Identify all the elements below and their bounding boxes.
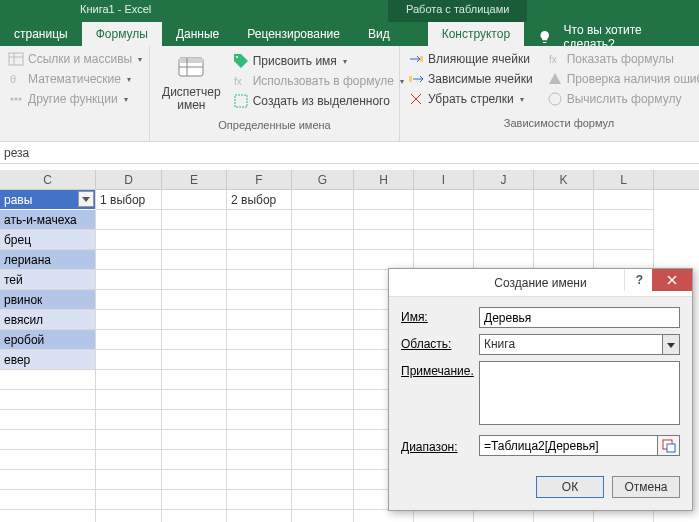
cell[interactable] (227, 490, 292, 510)
dialog-titlebar[interactable]: Создание имени ? (389, 269, 692, 297)
cell[interactable]: рвинок (0, 290, 96, 310)
filter-dropdown-button[interactable] (78, 191, 94, 207)
col-header-G[interactable]: G (292, 170, 354, 189)
more-functions-button[interactable]: Другие функции▾ (6, 90, 143, 108)
cell[interactable]: ать-и-мачеха (0, 210, 96, 230)
cell[interactable] (227, 370, 292, 390)
cell[interactable] (534, 250, 594, 270)
cell[interactable] (292, 350, 354, 370)
cell[interactable] (414, 190, 474, 210)
cell[interactable] (0, 510, 96, 522)
cell[interactable] (227, 210, 292, 230)
cell[interactable] (414, 210, 474, 230)
cell[interactable] (162, 430, 227, 450)
cell[interactable] (162, 390, 227, 410)
cell[interactable] (227, 470, 292, 490)
scope-select[interactable]: Книга (479, 334, 680, 355)
cell[interactable] (162, 310, 227, 330)
table-header-cell[interactable]: равы (0, 190, 96, 210)
cell[interactable] (0, 490, 96, 510)
tab-review[interactable]: Рецензирование (233, 22, 354, 46)
scope-dropdown-button[interactable] (662, 334, 680, 355)
cell[interactable] (292, 430, 354, 450)
cell[interactable] (474, 210, 534, 230)
cell[interactable] (414, 230, 474, 250)
cell[interactable] (96, 390, 162, 410)
cell[interactable] (534, 190, 594, 210)
col-header-J[interactable]: J (474, 170, 534, 189)
cell[interactable] (227, 310, 292, 330)
cell[interactable] (594, 210, 654, 230)
cell[interactable] (474, 230, 534, 250)
define-name-button[interactable]: Присвоить имя▾ (231, 52, 406, 70)
col-header-H[interactable]: H (354, 170, 414, 189)
cell[interactable]: тей (0, 270, 96, 290)
cell[interactable] (292, 390, 354, 410)
tab-data[interactable]: Данные (162, 22, 233, 46)
cell[interactable] (292, 250, 354, 270)
cell[interactable] (292, 470, 354, 490)
cell[interactable] (0, 430, 96, 450)
col-header-C[interactable]: C (0, 170, 96, 189)
cell[interactable] (227, 330, 292, 350)
cell[interactable] (0, 450, 96, 470)
tab-pages[interactable]: страницы (0, 22, 82, 46)
dialog-help-button[interactable]: ? (624, 269, 654, 291)
cell[interactable] (594, 510, 654, 522)
cell[interactable] (227, 230, 292, 250)
cell[interactable] (227, 250, 292, 270)
cell[interactable] (594, 230, 654, 250)
error-checking-button[interactable]: Проверка наличия ошибо (545, 70, 699, 88)
cell[interactable] (96, 310, 162, 330)
cell[interactable] (96, 370, 162, 390)
cell[interactable] (162, 210, 227, 230)
range-input[interactable] (479, 435, 658, 456)
cell[interactable]: лериана (0, 250, 96, 270)
math-trig-button[interactable]: θ Математические▾ (6, 70, 143, 88)
cancel-button[interactable]: Отмена (612, 476, 680, 498)
cell[interactable] (227, 410, 292, 430)
col-header-E[interactable]: E (162, 170, 227, 189)
cell[interactable] (96, 270, 162, 290)
cell[interactable] (292, 510, 354, 522)
tab-formulas[interactable]: Формулы (82, 22, 162, 46)
cell[interactable] (227, 290, 292, 310)
cell[interactable]: евясил (0, 310, 96, 330)
trace-dependents-button[interactable]: Зависимые ячейки (406, 70, 535, 88)
cell[interactable] (354, 230, 414, 250)
cell[interactable] (292, 310, 354, 330)
cell[interactable] (292, 370, 354, 390)
cell[interactable] (354, 190, 414, 210)
cell[interactable] (162, 450, 227, 470)
cell[interactable] (594, 250, 654, 270)
dialog-close-button[interactable] (652, 269, 692, 291)
cell[interactable] (474, 510, 534, 522)
cell[interactable] (96, 430, 162, 450)
cell[interactable] (0, 410, 96, 430)
cell[interactable] (96, 330, 162, 350)
cell[interactable] (162, 470, 227, 490)
comment-textarea[interactable] (479, 361, 680, 425)
col-header-D[interactable]: D (96, 170, 162, 189)
use-in-formula-button[interactable]: fx Использовать в формуле▾ (231, 72, 406, 90)
cell[interactable] (292, 270, 354, 290)
cell[interactable] (162, 270, 227, 290)
formula-bar[interactable]: реза (0, 142, 699, 164)
lookup-reference-button[interactable]: Ссылки и массивы▾ (6, 50, 143, 68)
col-header-K[interactable]: K (534, 170, 594, 189)
cell[interactable] (414, 250, 474, 270)
cell[interactable] (96, 470, 162, 490)
show-formulas-button[interactable]: fx Показать формулы (545, 50, 699, 68)
cell[interactable] (96, 350, 162, 370)
cell[interactable] (0, 390, 96, 410)
cell[interactable] (96, 230, 162, 250)
cell[interactable] (292, 230, 354, 250)
cell[interactable] (534, 230, 594, 250)
cell[interactable] (162, 230, 227, 250)
cell[interactable]: брец (0, 230, 96, 250)
cell[interactable] (96, 290, 162, 310)
cell[interactable] (474, 190, 534, 210)
cell[interactable] (162, 190, 227, 210)
cell[interactable] (292, 450, 354, 470)
cell[interactable]: евер (0, 350, 96, 370)
